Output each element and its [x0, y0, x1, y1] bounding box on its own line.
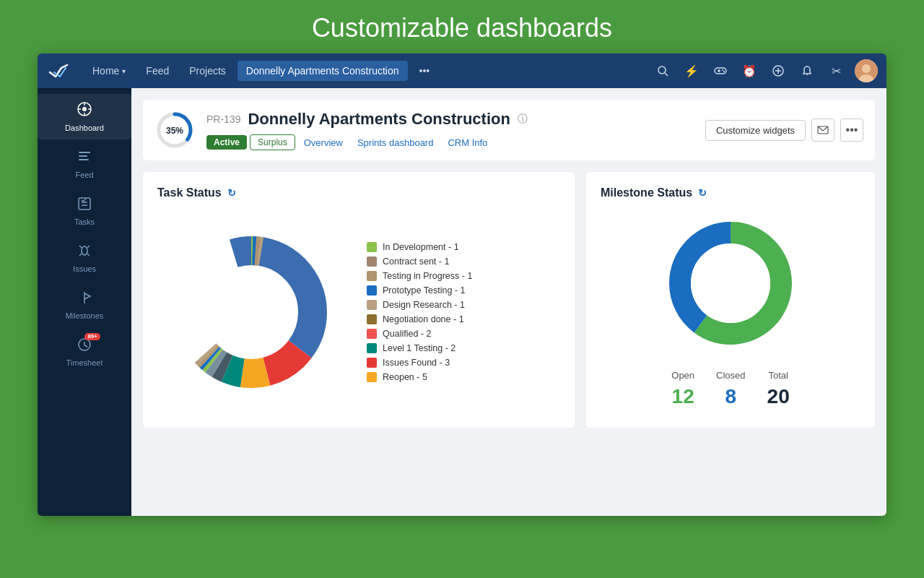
closed-label: Closed: [716, 370, 745, 381]
app-logo[interactable]: [46, 58, 72, 84]
legend-item-2: Testing in Progress - 1: [367, 271, 472, 281]
svg-line-30: [87, 254, 90, 256]
milestone-status-title: Milestone Status ↻: [601, 186, 860, 199]
svg-rect-21: [79, 155, 87, 157]
sidebar-item-dashboard[interactable]: Dashboard: [38, 94, 131, 139]
legend-color-2: [367, 271, 377, 281]
svg-point-5: [722, 69, 723, 71]
legend-item-3: Prototype Testing - 1: [367, 285, 472, 296]
flash-icon[interactable]: ⚡: [681, 61, 702, 81]
milestone-status-widget: Milestone Status ↻: [586, 172, 875, 428]
legend-item-5: Negotiation done - 1: [367, 314, 472, 324]
legend-item-4: Design Research - 1: [367, 300, 472, 310]
task-status-refresh[interactable]: ↻: [227, 187, 236, 199]
svg-text:35%: 35%: [166, 126, 183, 136]
sidebar-item-tasks[interactable]: Tasks: [38, 189, 131, 233]
nav-more[interactable]: •••: [411, 61, 439, 81]
legend-color-4: [367, 300, 377, 310]
sidebar-label-milestones: Milestones: [66, 311, 104, 320]
open-value: 12: [671, 385, 694, 408]
svg-point-6: [723, 71, 725, 72]
nav-projects[interactable]: Projects: [180, 61, 235, 81]
tab-sprints-dashboard[interactable]: Sprints dashboard: [352, 135, 440, 150]
stat-closed: Closed 8: [716, 370, 745, 408]
project-name: Donnelly Apartments Construction: [248, 110, 510, 129]
svg-rect-20: [79, 152, 90, 153]
avatar[interactable]: [855, 59, 878, 82]
customize-widgets-button[interactable]: Customize widgets: [705, 120, 806, 141]
total-value: 20: [767, 385, 790, 408]
progress-circle: 35%: [154, 110, 195, 150]
legend-item-0: In Development - 1: [367, 242, 472, 252]
more-options-button[interactable]: •••: [840, 118, 863, 142]
project-id: PR-139: [206, 113, 240, 125]
legend-item-1: Contract sent - 1: [367, 256, 472, 267]
feed-icon: [77, 150, 92, 166]
svg-rect-22: [79, 159, 89, 160]
timesheet-icon: 89+: [77, 337, 92, 354]
svg-point-12: [862, 64, 871, 73]
game-icon[interactable]: [710, 61, 731, 81]
legend-item-8: Issues Found - 3: [367, 358, 472, 368]
scissors-icon[interactable]: ✂: [826, 61, 846, 81]
sidebar-label-timesheet: Timesheet: [66, 358, 103, 367]
project-tabs: Active Surplus Overview Sprints dashboar…: [206, 134, 705, 150]
tab-overview[interactable]: Overview: [298, 135, 349, 150]
info-icon[interactable]: ⓘ: [518, 113, 528, 126]
task-status-content: In Development - 1 Contract sent - 1 Tes…: [157, 211, 560, 413]
app-body: Dashboard Feed Tasks Issues: [38, 88, 886, 516]
svg-point-0: [658, 66, 666, 74]
milestones-icon: [77, 290, 92, 307]
task-status-widget: Task Status ↻: [143, 172, 575, 428]
sidebar-label-dashboard: Dashboard: [65, 124, 104, 132]
svg-line-27: [79, 246, 82, 248]
svg-line-34: [84, 345, 87, 347]
tab-crm-info[interactable]: CRM Info: [442, 135, 493, 150]
sidebar-label-tasks: Tasks: [74, 217, 95, 226]
legend-item-9: Reopen - 5: [367, 372, 472, 382]
email-button[interactable]: [811, 118, 834, 142]
timer-icon[interactable]: ⏰: [739, 61, 759, 81]
nav-icons: ⚡ ⏰ ✂: [653, 59, 878, 82]
nav-project-active[interactable]: Donnelly Apartments Construction: [237, 61, 408, 81]
dashboard-icon: [77, 101, 92, 119]
task-donut-chart: [157, 211, 345, 413]
bell-icon[interactable]: [797, 61, 817, 81]
sidebar-label-issues: Issues: [73, 264, 96, 273]
svg-point-15: [82, 107, 87, 111]
issues-icon: [77, 243, 92, 260]
total-label: Total: [767, 370, 790, 381]
add-icon[interactable]: [768, 61, 788, 81]
task-status-title: Task Status ↻: [157, 186, 560, 199]
badge-surplus: Surplus: [250, 134, 295, 150]
svg-point-49: [208, 269, 295, 355]
dashboard-grid: Task Status ↻: [143, 172, 875, 428]
sidebar-item-milestones[interactable]: Milestones: [38, 283, 131, 327]
search-icon[interactable]: [653, 61, 673, 81]
svg-point-26: [82, 246, 87, 255]
sidebar-item-timesheet[interactable]: 89+ Timesheet: [38, 330, 131, 374]
nav-items: Home ▾ Feed Projects Donnelly Apartments…: [84, 61, 653, 81]
milestone-status-refresh[interactable]: ↻: [698, 187, 707, 199]
nav-feed[interactable]: Feed: [137, 61, 178, 81]
page-title: Customizable dashboards: [0, 0, 924, 53]
legend-color-6: [367, 329, 377, 339]
badge-active: Active: [206, 135, 247, 150]
legend-color-8: [367, 358, 377, 368]
stat-total: Total 20: [767, 370, 790, 408]
legend-item-7: Level 1 Testing - 2: [367, 343, 472, 353]
app-container: Home ▾ Feed Projects Donnelly Apartments…: [38, 53, 886, 516]
sidebar: Dashboard Feed Tasks Issues: [38, 88, 131, 516]
legend-color-7: [367, 343, 377, 353]
milestone-donut-chart: [658, 211, 803, 355]
project-info: PR-139 Donnelly Apartments Construction …: [206, 110, 705, 150]
legend-color-0: [367, 242, 377, 252]
legend-color-1: [367, 256, 377, 267]
nav-home[interactable]: Home ▾: [84, 61, 134, 81]
sidebar-item-feed[interactable]: Feed: [38, 142, 131, 186]
open-label: Open: [671, 370, 694, 381]
svg-line-1: [665, 73, 668, 76]
timesheet-badge: 89+: [84, 333, 100, 340]
project-header: 35% PR-139 Donnelly Apartments Construct…: [143, 100, 875, 160]
sidebar-item-issues[interactable]: Issues: [38, 236, 131, 280]
